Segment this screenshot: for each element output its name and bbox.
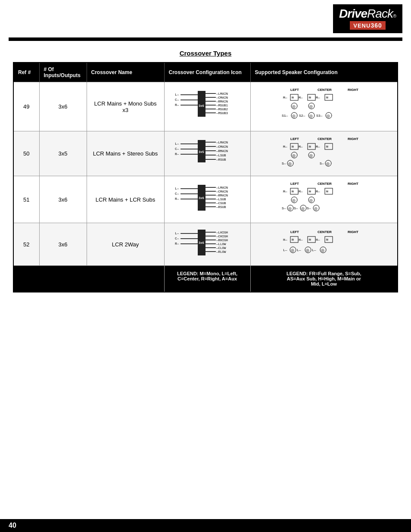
crossover-icon-49: L— C— R— 3x6	[173, 89, 242, 123]
speaker-diagram-51: LEFT CENTER RIGHT M— ≋ M— ≋ M— ≋	[281, 180, 367, 217]
svg-text:M—: M—	[316, 96, 320, 100]
svg-text:M—: M—	[283, 190, 287, 193]
svg-text:≋: ≋	[308, 190, 311, 193]
svg-text:≋: ≋	[291, 190, 294, 193]
page-header: Drive Rack ® VENU360	[0, 0, 411, 37]
logo-number: 360	[371, 22, 382, 29]
svg-text:R—: R—	[175, 103, 179, 107]
svg-text:H—: H—	[299, 238, 303, 242]
col-header-ref: Ref #	[13, 62, 39, 82]
svg-text:—CLOW: —CLOW	[216, 246, 226, 250]
svg-text:L—: L—	[297, 248, 301, 252]
svg-text:—CMAIN: —CMAIN	[216, 190, 228, 193]
svg-text:H—: H—	[316, 238, 320, 242]
svg-text:—MSUB2: —MSUB2	[216, 108, 228, 111]
svg-text:S2—: S2—	[299, 114, 305, 118]
svg-text:≋: ≋	[291, 238, 294, 242]
icon-49: L— C— R— 3x6	[164, 82, 250, 131]
svg-text:—CHIGH: —CHIGH	[216, 235, 228, 238]
table-row: 50 3x5 LCR Mains + Stereo Subs L— C— R— …	[13, 131, 398, 176]
svg-text:C—: C—	[175, 98, 179, 102]
svg-text:CENTER: CENTER	[318, 137, 332, 141]
svg-text:—RSUB: —RSUB	[216, 205, 226, 209]
svg-text:CENTER: CENTER	[318, 230, 332, 234]
svg-text:L—: L—	[312, 248, 316, 252]
col-header-icon: Crossover Configuration Icon	[164, 62, 250, 82]
inputs-51: 3x6	[39, 176, 87, 223]
speaker-52: LEFT CENTER RIGHT H— ≋ H— ≋ H— ≋	[250, 223, 398, 266]
svg-text:C—: C—	[175, 192, 179, 196]
svg-text:—LMAIN: —LMAIN	[216, 186, 228, 190]
svg-text:R—: R—	[175, 152, 179, 156]
svg-text:C—: C—	[175, 236, 179, 240]
svg-text:S3—: S3—	[316, 114, 323, 118]
legend-speaker-cell: LEGEND: FR=Full Range, S=Sub, AS=Aux Sub…	[250, 266, 398, 292]
svg-text:L—: L—	[175, 93, 179, 96]
svg-text:S—: S—	[320, 162, 324, 165]
svg-text:—CSUB: —CSUB	[216, 202, 226, 205]
main-content: Crossover Types Ref # # Of Inputs/Output…	[0, 41, 411, 301]
svg-text:L—: L—	[283, 248, 287, 252]
svg-text:RIGHT: RIGHT	[348, 230, 358, 234]
svg-text:LEFT: LEFT	[290, 88, 299, 92]
logo-rack: Rack	[367, 8, 393, 20]
svg-text:◎: ◎	[301, 207, 305, 211]
table-row: 52 3x6 LCR 2Way L— C— R— 3x6	[13, 223, 398, 266]
logo: Drive Rack ® VENU360	[333, 4, 402, 33]
svg-text:◎: ◎	[292, 154, 296, 158]
svg-text:CENTER: CENTER	[318, 88, 332, 92]
svg-text:R—: R—	[175, 242, 179, 246]
svg-text:3x6: 3x6	[199, 196, 204, 200]
ref-52: 52	[13, 223, 39, 266]
svg-text:—LHIGH: —LHIGH	[216, 231, 228, 234]
legend-speaker-text: LEGEND: FR=Full Range, S=Sub, AS=Aux Sub…	[286, 271, 361, 286]
svg-text:◎: ◎	[288, 207, 292, 211]
svg-text:M—: M—	[299, 190, 303, 193]
svg-text:—LSUB: —LSUB	[216, 154, 226, 157]
svg-text:3x5: 3x5	[199, 150, 204, 154]
svg-text:S—: S—	[282, 206, 286, 210]
svg-text:◎: ◎	[309, 114, 313, 118]
svg-text:LEFT: LEFT	[290, 182, 299, 186]
svg-text:—RLOW: —RLOW	[216, 250, 226, 254]
crossover-icon-51: L— C— R— 3x6 —LMAIN —CM	[173, 183, 242, 215]
svg-text:—LSUB: —LSUB	[216, 198, 226, 201]
inputs-50: 3x5	[39, 131, 87, 176]
svg-text:◎: ◎	[292, 199, 296, 203]
svg-text:S—: S—	[294, 206, 298, 210]
crossover-table: Ref # # Of Inputs/Outputs Crossover Name…	[13, 62, 398, 292]
svg-text:◎: ◎	[306, 249, 309, 253]
footer: 40	[0, 519, 411, 532]
table-header-row: Ref # # Of Inputs/Outputs Crossover Name…	[13, 62, 398, 82]
svg-text:—RMAIN: —RMAIN	[216, 100, 228, 103]
section-title: Crossover Types	[13, 50, 398, 57]
ref-51: 51	[13, 176, 39, 223]
svg-text:—RSUB: —RSUB	[216, 158, 226, 162]
svg-text:S1—: S1—	[282, 114, 288, 118]
svg-text:—MSUB1: —MSUB1	[216, 104, 228, 107]
svg-text:◎: ◎	[309, 199, 313, 203]
svg-text:LEFT: LEFT	[290, 230, 299, 234]
svg-text:◎: ◎	[292, 114, 296, 118]
svg-text:LEFT: LEFT	[290, 137, 299, 141]
speaker-diagram-49: LEFT CENTER RIGHT M— ≋ M— ≋ M—	[281, 87, 367, 125]
svg-text:◎: ◎	[314, 207, 318, 211]
icon-51: L— C— R— 3x6 —LMAIN —CM	[164, 176, 250, 223]
svg-text:—RMAIN: —RMAIN	[216, 194, 228, 197]
col-header-inputs: # Of Inputs/Outputs	[39, 62, 87, 82]
svg-text:◎: ◎	[326, 162, 330, 166]
svg-text:—CMAIN: —CMAIN	[216, 96, 228, 100]
name-52: LCR 2Way	[87, 223, 164, 266]
legend-icon-cell: LEGEND: M=Mono, L=Left, C=Center, R=Righ…	[164, 266, 250, 292]
svg-text:M—: M—	[316, 190, 320, 193]
header-bar	[9, 37, 402, 41]
svg-text:◎: ◎	[321, 249, 324, 253]
speaker-diagram-50: LEFT CENTER RIGHT M— ≋ M— ≋ M— ≋	[281, 136, 367, 170]
col-header-name: Crossover Name	[87, 62, 164, 82]
svg-text:L—: L—	[175, 187, 179, 190]
svg-text:R—: R—	[175, 197, 179, 201]
legend-row: LEGEND: M=Mono, L=Left, C=Center, R=Righ…	[13, 266, 398, 292]
svg-text:◎: ◎	[288, 162, 292, 166]
svg-text:3x6: 3x6	[199, 104, 204, 108]
svg-text:L—: L—	[175, 142, 179, 146]
